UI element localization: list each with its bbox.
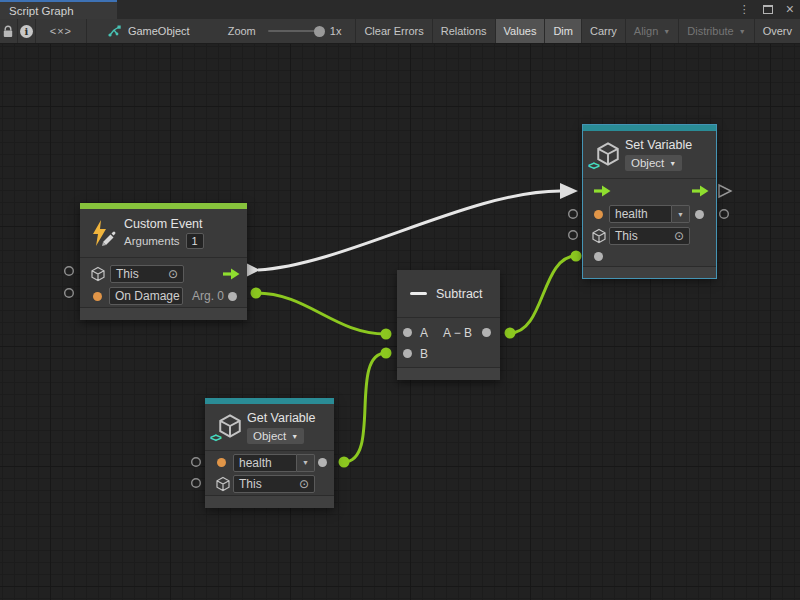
arg0-label: Arg. 0	[192, 289, 224, 303]
zoom-slider-handle[interactable]	[314, 26, 325, 37]
tab-bar: Script Graph ⋮ ×	[0, 0, 800, 19]
value-port-orange[interactable]	[93, 292, 102, 301]
window-menu-icon[interactable]: ⋮	[739, 4, 750, 15]
node-header: Custom Event Arguments 1	[80, 209, 247, 257]
arg0-output-port[interactable]	[228, 292, 237, 301]
port-row-event-name: On Damage Arg. 0	[80, 285, 247, 307]
input-a-label: A	[420, 326, 428, 340]
variable-name-field[interactable]: health	[233, 454, 297, 472]
flow-out-arrow-icon	[691, 185, 709, 197]
variable-scope-dropdown[interactable]: Object ▼	[247, 428, 304, 444]
variable-icon: <>	[213, 413, 243, 441]
node-header: Subtract	[397, 270, 500, 317]
chevron-down-icon: ▼	[669, 160, 676, 167]
gameobject-cube-icon	[215, 476, 231, 492]
gameobject-cube-icon	[90, 266, 106, 282]
port-row-b: B	[397, 343, 500, 364]
gameobject-icon	[107, 24, 122, 38]
zoom-label: Zoom	[228, 25, 256, 37]
info-button[interactable]: i	[18, 19, 36, 43]
dim-toggle[interactable]: Dim	[545, 19, 582, 43]
chevron-down-icon: ▼	[739, 28, 746, 35]
gameobject-label: GameObject	[128, 25, 190, 37]
edit-code-button[interactable]: <×>	[36, 19, 87, 43]
port-row-target: This ⊙	[80, 263, 247, 285]
flow-in-arrow-icon	[593, 185, 611, 197]
node-title: Get Variable	[247, 411, 316, 425]
node-get-variable[interactable]: <> Get Variable Object ▼ health ▼ This ⊙	[205, 398, 334, 508]
relations-button[interactable]: Relations	[433, 19, 496, 43]
node-footer	[583, 266, 716, 278]
flow-arrow-icon	[222, 268, 240, 280]
port-row-variable-name: health ▼	[205, 452, 334, 473]
variable-name-dropdown[interactable]: ▼	[672, 205, 690, 223]
node-footer	[397, 367, 500, 380]
arguments-input[interactable]: 1	[186, 233, 204, 249]
distribute-dropdown[interactable]: Distribute ▼	[679, 19, 754, 43]
variable-scope-dropdown[interactable]: Object ▼	[625, 155, 682, 171]
zoom-slider[interactable]	[268, 30, 323, 32]
value-output-port[interactable]	[318, 458, 327, 467]
chevron-down-icon: ▼	[302, 459, 309, 466]
info-icon: i	[20, 25, 33, 38]
target-field[interactable]: This ⊙	[233, 475, 315, 493]
maximize-icon[interactable]	[763, 5, 773, 14]
clear-errors-button[interactable]: Clear Errors	[355, 19, 432, 43]
value-port-orange[interactable]	[217, 458, 226, 467]
object-picker-icon[interactable]: ⊙	[299, 478, 309, 490]
variable-icon: <>	[591, 141, 621, 169]
graph-target-breadcrumb[interactable]: GameObject	[107, 19, 190, 43]
window-controls: ⋮ ×	[739, 0, 794, 19]
port-row-a: A A − B	[397, 322, 500, 343]
subtract-icon	[410, 292, 427, 295]
tab-title: Script Graph	[9, 5, 74, 17]
variable-name-field[interactable]: health	[609, 205, 672, 223]
node-set-variable[interactable]: <> Set Variable Object ▼ health ▼	[583, 125, 716, 278]
target-field[interactable]: This ⊙	[110, 265, 184, 283]
port-row-value-input	[583, 246, 716, 266]
chevron-down-icon: ▼	[291, 433, 298, 440]
tab-script-graph[interactable]: Script Graph	[0, 0, 117, 19]
graph-toolbar: i <×> GameObject Zoom 1x Clear Errors Re…	[0, 19, 800, 44]
node-title: Set Variable	[625, 138, 692, 152]
input-port-b[interactable]	[403, 349, 412, 358]
value-output-port[interactable]	[695, 210, 704, 219]
value-input-port[interactable]	[594, 252, 603, 261]
align-dropdown[interactable]: Align ▼	[626, 19, 679, 43]
event-name-field[interactable]: On Damage	[109, 287, 183, 305]
chevron-down-icon: ▼	[663, 28, 670, 35]
close-icon[interactable]: ×	[786, 2, 794, 16]
node-footer	[205, 495, 334, 508]
carry-toggle[interactable]: Carry	[582, 19, 626, 43]
port-row-target: This ⊙	[583, 225, 716, 246]
arguments-label: Arguments	[124, 235, 180, 247]
output-label: A − B	[443, 326, 472, 340]
zoom-value: 1x	[330, 25, 342, 37]
overview-button[interactable]: Overv	[755, 19, 800, 43]
lock-button[interactable]	[0, 19, 18, 43]
value-port-orange[interactable]	[594, 210, 603, 219]
code-icon: <×>	[50, 25, 72, 37]
object-picker-icon[interactable]: ⊙	[674, 230, 684, 242]
node-title: Subtract	[436, 287, 483, 301]
values-toggle[interactable]: Values	[496, 19, 546, 43]
node-header: <> Get Variable Object ▼	[205, 404, 334, 450]
variable-name-dropdown[interactable]: ▼	[297, 454, 315, 472]
object-picker-icon[interactable]: ⊙	[168, 268, 178, 280]
node-custom-event[interactable]: Custom Event Arguments 1 This ⊙ On Damag…	[80, 203, 247, 320]
unity-script-graph-window: { "window": { "tab_title": "Script Graph…	[0, 0, 800, 600]
port-row-target: This ⊙	[205, 473, 334, 494]
chevron-down-icon: ▼	[677, 211, 684, 218]
lock-icon	[2, 25, 14, 38]
gameobject-cube-icon	[591, 228, 607, 244]
node-header: <> Set Variable Object ▼	[583, 131, 716, 178]
custom-event-icon	[89, 219, 117, 247]
node-subtract[interactable]: Subtract A A − B B	[397, 270, 500, 380]
flow-row	[583, 180, 716, 202]
node-title: Custom Event	[124, 217, 204, 231]
output-port[interactable]	[482, 328, 491, 337]
input-b-label: B	[420, 347, 428, 361]
node-footer	[80, 307, 247, 320]
target-field[interactable]: This ⊙	[609, 227, 690, 245]
input-port-a[interactable]	[403, 328, 412, 337]
